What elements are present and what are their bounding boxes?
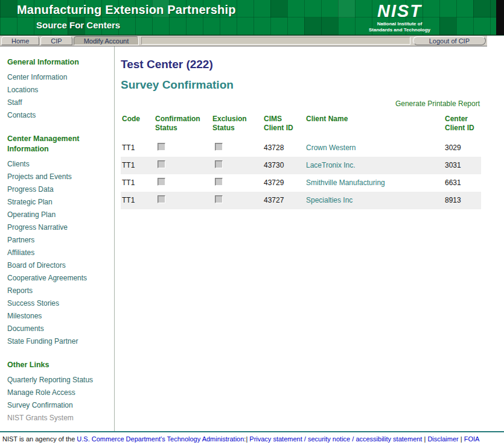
sidebar-item-center-information[interactable]: Center Information (7, 71, 109, 84)
sidebar-section-other-links: Other LinksQuarterly Reporting StatusMan… (7, 360, 109, 424)
footer-text-segment: | (459, 435, 464, 443)
tab-cip[interactable]: CIP (40, 36, 72, 45)
code-cell: TT1 (121, 139, 154, 157)
exclusion-status-cell (211, 157, 263, 174)
nist-caption-line2: Standards and Technology (369, 27, 430, 33)
sidebar-item-partners[interactable]: Partners (7, 234, 109, 247)
app-subtitle: Source For Centers (36, 20, 120, 30)
page: Manufacturing Extension Partnership Sour… (0, 0, 504, 448)
confirmation-status-checkbox[interactable] (158, 178, 165, 186)
exclusion-status-checkbox[interactable] (215, 195, 223, 203)
footer-link-foia[interactable]: FOIA (464, 435, 480, 443)
code-cell: TT1 (121, 174, 154, 192)
sidebar-item-affiliates[interactable]: Affiliates (7, 247, 109, 259)
app-title: Manufacturing Extension Partnership (17, 3, 236, 17)
client-name-cell: Specialties Inc (305, 192, 444, 209)
sidebar-item-projects-and-events[interactable]: Projects and Events (7, 171, 109, 183)
nist-caption-line1: National Institute of (377, 21, 423, 27)
footer-text: NIST is an agency of the U.S. Commerce D… (2, 435, 502, 443)
tab-strip: HomeCIPModify Account (1, 36, 140, 45)
sidebar-item-milestones[interactable]: Milestones (7, 310, 109, 323)
column-header-cims-client-id: CIMS Client ID (263, 115, 305, 139)
sidebar-item-clients[interactable]: Clients (7, 158, 109, 171)
column-header-code: Code (121, 115, 154, 139)
confirmation-status-checkbox[interactable] (158, 160, 165, 168)
client-name-cell: LaceTronix Inc. (305, 157, 444, 174)
masthead: Manufacturing Extension Partnership Sour… (0, 0, 504, 36)
footer-text-segment: NIST is an agency of the (2, 435, 77, 443)
column-header-client-name: Client Name (305, 115, 444, 139)
footer: NIST is an agency of the U.S. Commerce D… (0, 431, 504, 448)
column-header-center-client-id: Center Client ID (444, 115, 481, 139)
sidebar-item-operating-plan[interactable]: Operating Plan (7, 209, 109, 221)
cims-client-id-cell: 43729 (263, 174, 305, 192)
logout-button[interactable]: Logout of CIP (413, 36, 486, 45)
table-row: TT143727Specialties Inc8913 (121, 192, 481, 209)
sidebar-item-board-of-directors[interactable]: Board of Directors (7, 259, 109, 272)
table-header-row: CodeConfirmation StatusExclusion StatusC… (121, 115, 481, 139)
page-title: Survey Confirmation (121, 78, 481, 92)
header-right-strip (496, 0, 504, 36)
sidebar-item-success-stories[interactable]: Success Stories (7, 297, 109, 310)
sidebar-item-progress-narrative[interactable]: Progress Narrative (7, 221, 109, 234)
sidebar-item-reports[interactable]: Reports (7, 285, 109, 297)
exclusion-status-cell (211, 174, 263, 192)
sidebar-section-general-information: General InformationCenter InformationLoc… (7, 57, 109, 122)
report-link-row: Generate Printable Report (121, 98, 480, 109)
center-client-id-cell: 6631 (444, 174, 481, 192)
nist-logo-text: NIST (354, 2, 445, 20)
client-name-link[interactable]: Crown Western (306, 144, 356, 152)
code-cell: TT1 (121, 192, 154, 209)
sidebar-item-nist-grants-system[interactable]: NIST Grants System (7, 412, 109, 424)
confirmation-status-cell (154, 192, 211, 209)
generate-printable-report-link[interactable]: Generate Printable Report (395, 99, 480, 108)
tab-home[interactable]: Home (1, 36, 39, 45)
sidebar-item-strategic-plan[interactable]: Strategic Plan (7, 196, 109, 209)
sidebar-item-state-funding-partner[interactable]: State Funding Partner (7, 335, 109, 348)
main-content: Test Center (222) Survey Confirmation Ge… (115, 46, 487, 431)
table-row: TT143730LaceTronix Inc.3031 (121, 157, 481, 174)
sidebar-item-survey-confirmation[interactable]: Survey Confirmation (7, 399, 109, 412)
confirmation-status-checkbox[interactable] (158, 195, 165, 203)
sidebar-item-staff[interactable]: Staff (7, 96, 109, 109)
tab-modify-account[interactable]: Modify Account (74, 36, 139, 45)
content: General InformationCenter InformationLoc… (0, 46, 487, 431)
sidebar: General InformationCenter InformationLoc… (0, 46, 115, 431)
sidebar-item-cooperative-agreements[interactable]: Cooperative Agreements (7, 272, 109, 285)
center-client-id-cell: 3031 (444, 157, 481, 174)
column-header-confirmation-status: Confirmation Status (154, 115, 211, 139)
exclusion-status-cell (211, 192, 263, 209)
exclusion-status-checkbox[interactable] (215, 160, 223, 168)
sidebar-item-manage-role-access[interactable]: Manage Role Access (7, 386, 109, 399)
footer-link-privacy-statement-security-notice-accessibility-statement[interactable]: Privacy statement / security notice / ac… (249, 435, 422, 443)
survey-confirmation-table: CodeConfirmation StatusExclusion StatusC… (121, 115, 481, 209)
sidebar-item-locations[interactable]: Locations (7, 84, 109, 96)
client-name-cell: Crown Western (305, 139, 444, 157)
footer-link-u-s-commerce-department-s-technology-administration[interactable]: U.S. Commerce Department's Technology Ad… (77, 435, 244, 443)
nist-logo: NIST National Institute of Standards and… (354, 2, 445, 34)
center-client-id-cell: 8913 (444, 192, 481, 209)
client-name-link[interactable]: LaceTronix Inc. (306, 161, 356, 169)
sidebar-item-contacts[interactable]: Contacts (7, 109, 109, 122)
cims-client-id-cell: 43730 (263, 157, 305, 174)
confirmation-status-cell (154, 139, 211, 157)
table-row: TT143728Crown Western3029 (121, 139, 481, 157)
sidebar-item-progress-data[interactable]: Progress Data (7, 183, 109, 196)
table-row: TT143729Smithville Manufacturing6631 (121, 174, 481, 192)
center-title: Test Center (222) (121, 58, 481, 72)
footer-text-segment: :| (244, 435, 249, 443)
sidebar-item-documents[interactable]: Documents (7, 323, 109, 335)
client-name-link[interactable]: Smithville Manufacturing (306, 178, 385, 187)
exclusion-status-checkbox[interactable] (215, 143, 223, 151)
confirmation-status-checkbox[interactable] (158, 143, 165, 151)
sidebar-heading-other-links: Other Links (7, 360, 109, 370)
nist-logo-caption: National Institute of Standards and Tech… (354, 21, 445, 34)
footer-link-disclaimer[interactable]: Disclaimer (427, 435, 458, 443)
confirmation-status-cell (154, 157, 211, 174)
sidebar-item-quarterly-reporting-status[interactable]: Quarterly Reporting Status (7, 374, 109, 386)
tab-bar-spacer (141, 37, 410, 45)
client-name-link[interactable]: Specialties Inc (306, 196, 352, 204)
confirmation-status-cell (154, 174, 211, 192)
cims-client-id-cell: 43727 (263, 192, 305, 209)
exclusion-status-checkbox[interactable] (215, 178, 223, 186)
